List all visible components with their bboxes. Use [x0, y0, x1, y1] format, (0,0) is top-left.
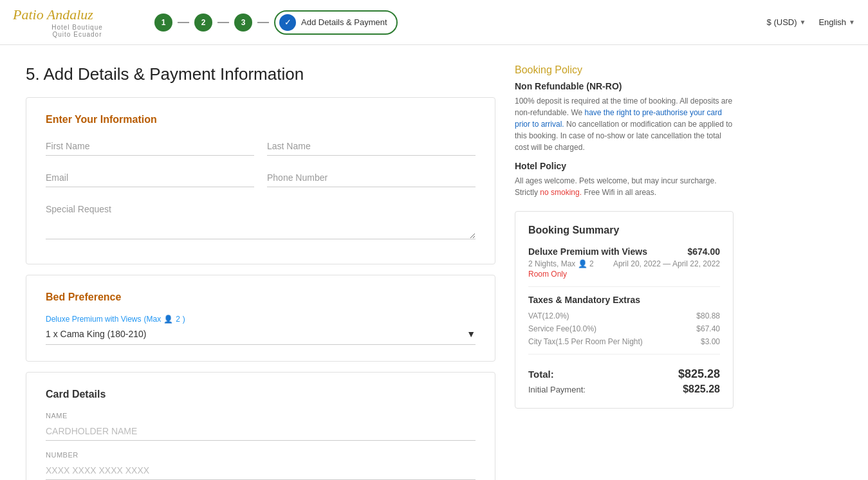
step-4-circle: ✓	[279, 14, 296, 31]
bed-preference-section: Bed Preference Deluxe Premium with Views…	[26, 275, 495, 362]
currency-dropdown-arrow: ▼	[800, 19, 806, 26]
currency-selector[interactable]: $ (USD) ▼	[767, 17, 806, 27]
summary-room-row: Deluxe Premium with Views $674.00	[528, 246, 720, 257]
step-2[interactable]: 2	[194, 14, 212, 32]
vat-row: VAT(12.0%) $80.88	[528, 311, 720, 320]
bed-room-name: Deluxe Premium with Views	[46, 315, 142, 324]
initial-amount: $825.28	[683, 383, 720, 395]
person-icon: 👤	[163, 315, 173, 324]
total-amount: $825.28	[678, 367, 720, 381]
logo-text: Patio Andaluz	[13, 6, 142, 23]
logo: Patio Andaluz Hotel Boutique Quito Ecuad…	[13, 6, 142, 37]
card-number-input[interactable]	[46, 461, 476, 480]
special-request-input[interactable]	[46, 200, 476, 239]
card-number-label: NUMBER	[46, 451, 476, 459]
service-amount: $67.40	[696, 324, 720, 333]
bed-preference-title: Bed Preference	[46, 291, 476, 303]
booking-policy: Booking Policy Non Refundable (NR-RO) 10…	[515, 64, 734, 198]
logo-sub1: Hotel Boutique	[13, 24, 142, 31]
bed-select-value: 1 x Cama King (180-210)	[46, 329, 146, 339]
total-divider	[528, 354, 720, 355]
total-row: Total: $825.28	[528, 362, 720, 381]
card-number-field: NUMBER	[46, 451, 476, 480]
step-line-3	[257, 22, 269, 23]
summary-room-price: $674.00	[687, 246, 720, 257]
initial-payment-row: Initial Payment: $825.28	[528, 383, 720, 395]
email-field	[46, 169, 254, 187]
summary-room-detail: 2 Nights, Max 👤 2 April 20, 2022 — April…	[528, 259, 720, 268]
total-label: Total:	[528, 369, 554, 380]
cardholder-name-input[interactable]	[46, 422, 476, 441]
personal-info-title: Enter Your Information	[46, 114, 476, 125]
service-label: Service Fee(10.0%)	[528, 324, 596, 333]
vat-label: VAT(12.0%)	[528, 311, 569, 320]
city-tax-row: City Tax(1.5 Per Room Per Night) $3.00	[528, 337, 720, 346]
language-dropdown-arrow: ▼	[849, 19, 855, 26]
last-name-field	[267, 137, 476, 156]
hotel-policy-subtitle: Hotel Policy	[515, 161, 734, 171]
summary-title: Booking Summary	[528, 225, 720, 236]
bed-select[interactable]: 1 x Cama King (180-210) ▼	[46, 329, 476, 345]
initial-label: Initial Payment:	[528, 385, 586, 394]
step-4-label: Add Details & Payment	[301, 17, 387, 27]
summary-divider	[528, 286, 720, 287]
left-panel: 5. Add Details & Payment Information Ent…	[26, 64, 515, 480]
taxes-title: Taxes & Mandatory Extras	[528, 295, 720, 305]
main-content: 5. Add Details & Payment Information Ent…	[0, 45, 868, 480]
personal-info-section: Enter Your Information	[26, 97, 495, 264]
progress-steps: 1 2 3 ✓ Add Details & Payment	[142, 10, 767, 35]
step-4-active: ✓ Add Details & Payment	[274, 10, 398, 35]
bed-max-count: 2	[176, 315, 180, 324]
card-details-section: Card Details NAME NUMBER	[26, 372, 495, 480]
phone-field	[267, 169, 476, 187]
chevron-down-icon: ▼	[466, 329, 476, 339]
refund-text: 100% deposit is required at the time of …	[515, 95, 734, 153]
cardholder-name-label: NAME	[46, 412, 476, 420]
logo-sub2: Quito Ecuador	[13, 31, 142, 38]
special-request-field	[46, 200, 476, 241]
header-right: $ (USD) ▼ English ▼	[767, 17, 855, 27]
phone-input[interactable]	[267, 169, 476, 187]
header: Patio Andaluz Hotel Boutique Quito Ecuad…	[0, 0, 868, 45]
bed-room-subtitle: Deluxe Premium with Views (Max 👤 2 )	[46, 315, 476, 324]
policy-title: Booking Policy	[515, 64, 734, 76]
summary-room-name: Deluxe Premium with Views	[528, 246, 647, 257]
service-fee-row: Service Fee(10.0%) $67.40	[528, 324, 720, 333]
last-name-input[interactable]	[267, 137, 476, 156]
currency-label: $ (USD)	[767, 17, 797, 27]
step-line-2	[217, 22, 229, 23]
language-selector[interactable]: English ▼	[818, 17, 855, 27]
step-line-1	[178, 22, 189, 23]
first-name-input[interactable]	[46, 137, 254, 156]
card-details-title: Card Details	[46, 389, 476, 400]
language-label: English	[818, 17, 846, 27]
summary-dates: April 20, 2022 — April 22, 2022	[613, 259, 720, 268]
step-1[interactable]: 1	[154, 14, 172, 32]
hotel-policy-text: All ages welcome. Pets welcome, but may …	[515, 175, 734, 198]
email-input[interactable]	[46, 169, 254, 187]
right-panel: Booking Policy Non Refundable (NR-RO) 10…	[515, 64, 734, 480]
city-tax-label: City Tax(1.5 Per Room Per Night)	[528, 337, 643, 346]
summary-nights: 2 Nights, Max 👤 2	[528, 259, 594, 268]
vat-amount: $80.88	[696, 311, 720, 320]
cardholder-name-field: NAME	[46, 412, 476, 441]
refund-subtitle: Non Refundable (NR-RO)	[515, 81, 734, 91]
city-tax-amount: $3.00	[701, 337, 720, 346]
first-name-field	[46, 137, 254, 156]
name-row	[46, 137, 476, 156]
booking-summary: Booking Summary Deluxe Premium with View…	[515, 211, 734, 409]
bed-max-label: (Max	[144, 315, 162, 324]
contact-row	[46, 169, 476, 187]
step-3[interactable]: 3	[234, 14, 252, 32]
page-title: 5. Add Details & Payment Information	[26, 64, 495, 84]
room-only-badge: Room Only	[528, 270, 720, 279]
